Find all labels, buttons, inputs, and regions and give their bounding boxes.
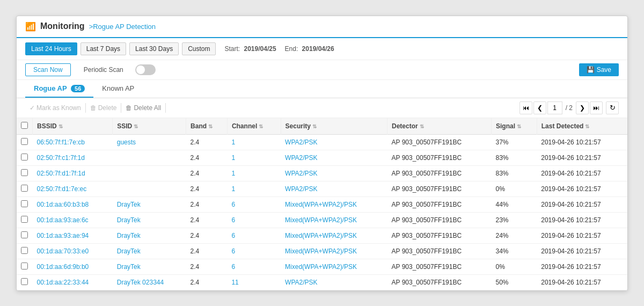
last-detected-sort-icon: ⇅ xyxy=(585,123,589,129)
table-body: 06:50:7f:f1:7e:cb guests 2.4 1 WPA2/PSK … xyxy=(17,134,627,290)
first-page-button[interactable]: ⏮ xyxy=(519,101,532,114)
save-button[interactable]: 💾 Save xyxy=(579,63,619,76)
btn-last-7d[interactable]: Last 7 Days xyxy=(80,42,126,55)
security-cell[interactable]: Mixed(WPA+WPA2)/PSK xyxy=(285,216,357,224)
row-checkbox[interactable] xyxy=(21,185,28,192)
table-row: 00:1d:aa:22:33:44 DrayTek 023344 2.4 11 … xyxy=(17,274,627,290)
ssid-cell[interactable]: DrayTek xyxy=(117,201,141,208)
ssid-cell[interactable]: DrayTek xyxy=(117,232,141,239)
col-channel[interactable]: Channel⇅ xyxy=(227,118,281,135)
security-sort-icon: ⇅ xyxy=(312,123,317,129)
col-security[interactable]: Security⇅ xyxy=(281,118,387,135)
channel-cell[interactable]: 6 xyxy=(231,216,235,224)
periodic-scan-toggle[interactable] xyxy=(135,64,156,75)
bssid-cell[interactable]: 02:50:7f:c1:7f:1d xyxy=(37,154,85,162)
toggle-knob xyxy=(136,65,145,74)
signal-cell: 0% xyxy=(492,259,537,274)
col-signal[interactable]: Signal⇅ xyxy=(492,118,537,135)
bssid-cell[interactable]: 06:50:7f:f1:7e:cb xyxy=(37,139,85,146)
refresh-button[interactable]: ↻ xyxy=(606,101,619,114)
col-last-detected[interactable]: Last Detected⇅ xyxy=(537,118,627,135)
security-cell[interactable]: WPA2/PSK xyxy=(285,279,317,286)
bssid-cell[interactable]: 00:1d:aa:6d:9b:b0 xyxy=(37,263,89,271)
btn-last-24h[interactable]: Last 24 Hours xyxy=(25,42,77,55)
scan-now-button[interactable]: Scan Now xyxy=(25,63,71,76)
btn-last-30d[interactable]: Last 30 Days xyxy=(129,42,179,55)
mark-as-known-button[interactable]: ✓ Mark as Known xyxy=(25,103,86,113)
security-cell[interactable]: WPA2/PSK xyxy=(285,170,317,177)
bssid-cell[interactable]: 00:1d:aa:70:33:e0 xyxy=(37,247,89,255)
date-range: Start: 2019/04/25 End: 2019/04/26 xyxy=(224,45,334,53)
select-all-header[interactable] xyxy=(17,118,33,135)
row-checkbox[interactable] xyxy=(21,278,28,285)
band-cell: 2.4 xyxy=(186,274,228,290)
prev-page-button[interactable]: ❮ xyxy=(533,101,546,114)
channel-cell[interactable]: 6 xyxy=(231,201,235,208)
channel-cell[interactable]: 1 xyxy=(231,154,235,162)
security-cell[interactable]: Mixed(WPA+WPA2)/PSK xyxy=(285,263,357,271)
end-label: End: 2019/04/26 xyxy=(285,45,334,53)
channel-cell[interactable]: 11 xyxy=(231,279,238,286)
col-bssid[interactable]: BSSID⇅ xyxy=(33,118,113,135)
time-toolbar: Last 24 Hours Last 7 Days Last 30 Days C… xyxy=(17,38,627,60)
row-checkbox[interactable] xyxy=(21,263,28,269)
next-page-button[interactable]: ❯ xyxy=(576,101,589,114)
row-checkbox[interactable] xyxy=(21,216,28,223)
channel-cell[interactable]: 6 xyxy=(231,232,235,239)
ssid-cell[interactable]: guests xyxy=(117,139,136,146)
tab-known-ap[interactable]: Known AP xyxy=(93,80,143,98)
security-cell[interactable]: Mixed(WPA+WPA2)/PSK xyxy=(285,201,357,208)
select-all-checkbox[interactable] xyxy=(21,122,28,129)
table-row: 02:50:7f:c1:7f:1d 2.4 1 WPA2/PSK AP 903_… xyxy=(17,150,627,165)
bssid-cell[interactable]: 00:1d:aa:22:33:44 xyxy=(37,279,89,286)
bssid-cell[interactable]: 00:1d:aa:93:ae:6c xyxy=(37,216,89,224)
channel-cell[interactable]: 1 xyxy=(231,170,235,177)
bssid-cell[interactable]: 00:1d:aa:60:b3:b8 xyxy=(37,201,89,208)
channel-cell[interactable]: 6 xyxy=(231,263,235,271)
signal-cell: 37% xyxy=(492,134,537,150)
col-ssid[interactable]: SSID⇅ xyxy=(113,118,186,135)
security-cell[interactable]: Mixed(WPA+WPA2)/PSK xyxy=(285,232,357,239)
last-detected-cell: 2019-04-26 10:21:57 xyxy=(537,165,627,181)
last-detected-cell: 2019-04-26 10:21:57 xyxy=(537,274,627,290)
row-checkbox[interactable] xyxy=(21,138,28,145)
channel-cell[interactable]: 6 xyxy=(231,247,235,255)
delete-all-button[interactable]: 🗑 Delete All xyxy=(121,103,166,113)
security-cell[interactable]: WPA2/PSK xyxy=(285,154,317,162)
col-band[interactable]: Band⇅ xyxy=(186,118,228,135)
detector-cell: AP 903_00507FF191BC xyxy=(387,181,492,196)
btn-custom[interactable]: Custom xyxy=(182,42,216,55)
table-row: 00:1d:aa:60:b3:b8 DrayTek 2.4 6 Mixed(WP… xyxy=(17,196,627,212)
security-cell[interactable]: WPA2/PSK xyxy=(285,185,317,193)
signal-cell: 44% xyxy=(492,196,537,212)
last-page-button[interactable]: ⏭ xyxy=(590,101,603,114)
row-checkbox[interactable] xyxy=(21,154,28,161)
ssid-cell[interactable]: DrayTek xyxy=(117,216,141,224)
security-cell[interactable]: Mixed(WPA+WPA2)/PSK xyxy=(285,247,357,255)
current-page-input[interactable] xyxy=(547,101,562,114)
security-cell[interactable]: WPA2/PSK xyxy=(285,139,317,146)
bssid-cell[interactable]: 02:50:7f:d1:7f:1d xyxy=(37,170,85,177)
channel-cell[interactable]: 1 xyxy=(231,185,235,193)
band-cell: 2.4 xyxy=(186,212,228,228)
detector-cell: AP 903_00507FF191BC xyxy=(387,259,492,274)
ssid-cell[interactable]: DrayTek 023344 xyxy=(117,279,164,286)
ssid-cell[interactable]: DrayTek xyxy=(117,263,141,271)
signal-cell: 50% xyxy=(492,274,537,290)
row-checkbox[interactable] xyxy=(21,200,28,207)
main-window: 📶 Monitoring >Rogue AP Detection Last 24… xyxy=(16,16,628,291)
ssid-cell[interactable]: DrayTek xyxy=(117,247,141,255)
bssid-cell[interactable]: 00:1d:aa:93:ae:94 xyxy=(37,232,89,239)
row-checkbox[interactable] xyxy=(21,231,28,238)
channel-cell[interactable]: 1 xyxy=(231,139,235,146)
table-row: 00:1d:aa:6d:9b:b0 DrayTek 2.4 6 Mixed(WP… xyxy=(17,259,627,274)
tab-rogue-ap[interactable]: Rogue AP 56 xyxy=(25,80,93,98)
delete-button[interactable]: 🗑 Delete xyxy=(86,103,122,113)
col-detector[interactable]: Detector⇅ xyxy=(387,118,492,135)
actions-row: ✓ Mark as Known 🗑 Delete 🗑 Delete All ⏮ … xyxy=(17,98,627,118)
row-checkbox[interactable] xyxy=(21,247,28,254)
row-checkbox[interactable] xyxy=(21,169,28,176)
save-icon: 💾 xyxy=(587,66,595,74)
bssid-cell[interactable]: 02:50:7f:d1:7e:ec xyxy=(37,185,87,193)
ssid-sort-icon: ⇅ xyxy=(134,123,138,129)
